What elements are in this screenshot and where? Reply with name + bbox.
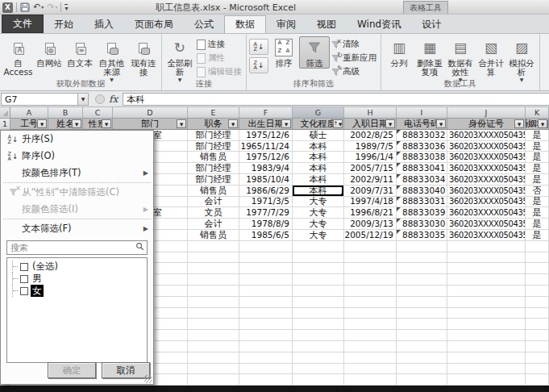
table-cell[interactable]: 1996/8/21	[344, 207, 397, 219]
column-header-C[interactable]: C	[83, 107, 113, 118]
tab-insert[interactable]: 插入	[84, 15, 124, 33]
table-cell[interactable]: 销售员	[188, 230, 239, 241]
empty-cell[interactable]	[188, 297, 239, 308]
empty-cell[interactable]	[293, 274, 344, 286]
empty-cell[interactable]	[239, 364, 293, 375]
column-header-I[interactable]: I	[397, 107, 447, 118]
table-cell[interactable]: 大专	[293, 230, 344, 241]
what-if-analysis-button[interactable]: ▨ 模拟分析 ▼	[506, 36, 537, 82]
table-cell[interactable]: 是	[526, 230, 549, 241]
table-cell[interactable]: 本科	[293, 163, 344, 174]
empty-cell[interactable]	[447, 308, 526, 319]
table-header-cell-G[interactable]: 文化程度↑▼	[293, 119, 344, 130]
column-header-K[interactable]: K	[526, 107, 549, 118]
table-cell[interactable]: 1977/7/29	[239, 207, 293, 219]
table-cell[interactable]: 2009/3/13	[344, 219, 397, 230]
tab-data[interactable]: 数据	[224, 15, 266, 33]
column-header-H[interactable]: H	[344, 107, 397, 118]
column-header-D[interactable]: D	[113, 107, 188, 118]
name-box[interactable]: G7	[1, 93, 78, 106]
table-cell[interactable]: 1997/4/18	[344, 197, 397, 208]
empty-cell[interactable]	[526, 341, 549, 352]
table-cell[interactable]: 1989/7/5	[344, 141, 397, 152]
properties-button[interactable]: 属性	[195, 52, 243, 65]
empty-cell[interactable]	[188, 252, 239, 264]
table-cell[interactable]: 销售员	[188, 152, 239, 163]
checkbox[interactable]	[20, 275, 28, 283]
empty-cell[interactable]	[447, 352, 526, 364]
empty-cell[interactable]	[188, 286, 239, 297]
tab-review[interactable]: 审阅	[266, 15, 306, 33]
table-cell[interactable]: 88833039	[397, 207, 447, 219]
empty-cell[interactable]	[397, 274, 447, 286]
empty-cell[interactable]	[526, 241, 549, 252]
filter-button-D[interactable]: ▼	[177, 119, 186, 128]
table-cell[interactable]: 2009/7/31	[344, 186, 397, 197]
table-header-cell-J[interactable]: 身份证号▼	[447, 119, 526, 130]
empty-cell[interactable]	[188, 263, 239, 274]
empty-cell[interactable]	[397, 308, 447, 319]
reapply-filter-button[interactable]: ↻ 重新应用	[330, 52, 378, 65]
table-header-cell-D[interactable]: 部门▼	[113, 119, 188, 130]
table-cell[interactable]: 部门经理	[188, 130, 239, 141]
formula-input[interactable]: 本科	[123, 93, 549, 106]
empty-cell[interactable]	[293, 263, 344, 274]
cancel-button[interactable]: 取消	[102, 362, 150, 378]
menu-item-filter-by-color[interactable]: 按颜色筛选(I) ▶	[1, 201, 153, 218]
empty-cell[interactable]	[344, 319, 397, 330]
empty-cell[interactable]	[188, 274, 239, 286]
search-input[interactable]	[7, 243, 135, 253]
table-cell[interactable]: 是	[526, 219, 549, 230]
empty-cell[interactable]	[397, 374, 447, 386]
table-cell[interactable]: 本科	[293, 152, 344, 163]
empty-cell[interactable]	[239, 263, 293, 274]
empty-cell[interactable]	[293, 364, 344, 375]
empty-cell[interactable]	[526, 263, 549, 274]
empty-cell[interactable]	[188, 319, 239, 330]
filter-button-E[interactable]: ▼	[228, 119, 238, 128]
table-cell[interactable]: 是	[526, 163, 549, 174]
column-header-E[interactable]: E	[188, 107, 239, 118]
empty-cell[interactable]	[293, 297, 344, 308]
empty-cell[interactable]	[397, 252, 447, 264]
table-cell[interactable]: 1985/10/4	[239, 174, 293, 186]
table-cell[interactable]: 2005/7/15	[344, 163, 397, 174]
empty-cell[interactable]	[293, 286, 344, 297]
menu-item-sort-descending[interactable]: ZA↓ 降序(O)	[1, 148, 153, 165]
empty-cell[interactable]	[397, 330, 447, 341]
empty-cell[interactable]	[344, 308, 397, 319]
filter-button-G[interactable]: ↑▼	[333, 119, 343, 128]
empty-cell[interactable]	[447, 364, 526, 375]
empty-cell[interactable]	[188, 308, 239, 319]
tab-home[interactable]: 开始	[44, 15, 84, 33]
empty-cell[interactable]	[344, 297, 397, 308]
menu-item-text-filters[interactable]: 文本筛选(F) ▶	[1, 220, 153, 237]
from-other-sources-button[interactable]: 自其他来源 ▼	[95, 36, 128, 82]
empty-cell[interactable]	[526, 308, 549, 319]
empty-cell[interactable]	[526, 286, 549, 297]
empty-cell[interactable]	[344, 286, 397, 297]
empty-cell[interactable]	[447, 319, 526, 330]
table-cell[interactable]: 360203XXXX05043507	[447, 219, 526, 230]
resize-grip-icon[interactable]	[144, 375, 152, 383]
table-cell[interactable]: 360203XXXX05043506	[447, 186, 526, 197]
table-cell[interactable]: 否	[526, 186, 549, 197]
table-cell[interactable]: 88833038	[397, 152, 447, 163]
search-icon[interactable]	[135, 242, 144, 253]
table-cell[interactable]: 1971/3/5	[239, 197, 293, 208]
empty-cell[interactable]	[188, 341, 239, 352]
empty-cell[interactable]	[526, 274, 549, 286]
clear-filter-button[interactable]: × 清除	[330, 38, 378, 51]
table-header-cell-K[interactable]: 婚姻状况▼	[526, 119, 549, 130]
empty-cell[interactable]	[447, 263, 526, 274]
existing-connections-button[interactable]: 现有连接	[128, 36, 159, 77]
column-header-F[interactable]: F	[239, 107, 293, 118]
empty-cell[interactable]	[344, 274, 397, 286]
connections-button[interactable]: 连接	[195, 38, 243, 51]
table-cell[interactable]: 360203XXXX05043502	[447, 163, 526, 174]
consolidate-button[interactable]: ▧ 合并计算	[476, 36, 506, 77]
table-cell[interactable]: 大专	[293, 197, 344, 208]
empty-cell[interactable]	[188, 241, 239, 252]
empty-cell[interactable]	[344, 374, 397, 386]
tab-formulas[interactable]: 公式	[184, 15, 224, 33]
